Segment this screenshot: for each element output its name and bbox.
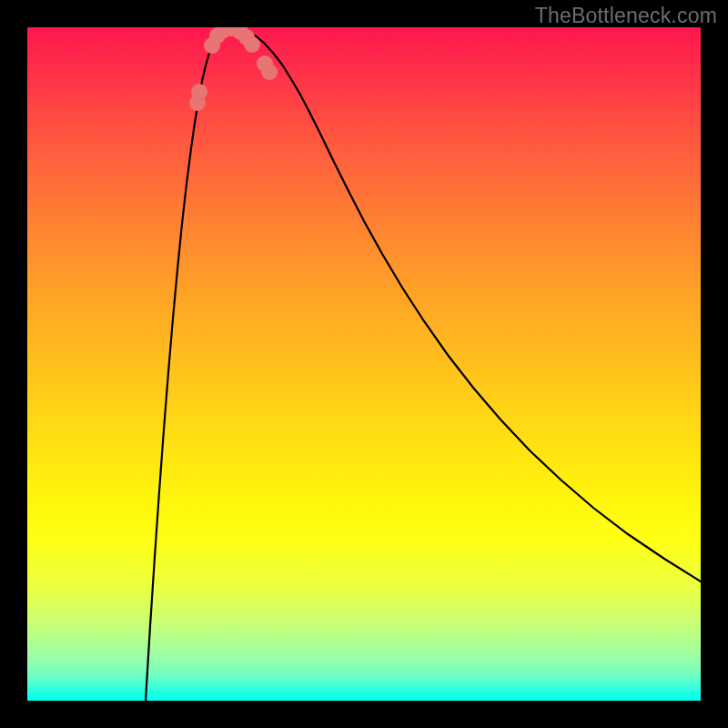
plot-area <box>27 27 701 701</box>
chart-svg <box>27 27 701 701</box>
highlight-dot <box>261 64 278 80</box>
curve-right <box>228 28 701 581</box>
curve-group <box>146 28 701 701</box>
watermark-text: TheBottleneck.com <box>535 4 717 28</box>
highlight-dot <box>244 36 260 53</box>
highlight-dot <box>191 84 207 100</box>
highlight-dots <box>189 27 278 111</box>
curve-left <box>146 28 228 701</box>
chart-frame: TheBottleneck.com <box>0 0 728 728</box>
